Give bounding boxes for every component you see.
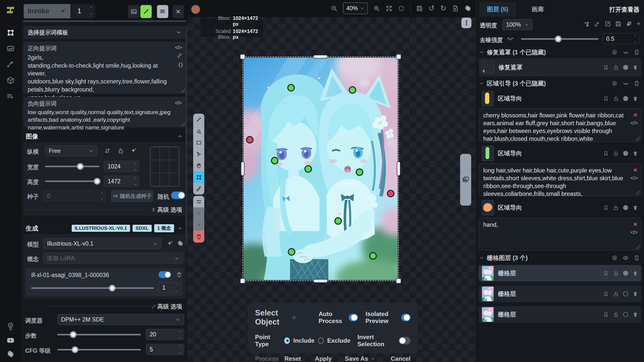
raster-layer-row[interactable]: 栅格层 (479, 265, 641, 282)
steps-input[interactable]: 20 ⌃⌄ (146, 329, 184, 340)
duplicate-icon[interactable] (626, 21, 632, 27)
bookmark-icon[interactable] (603, 96, 609, 102)
denoise-input[interactable]: 0.5 ⌃⌄ (602, 33, 639, 44)
fit-bbox-icon[interactable] (398, 5, 405, 12)
scheduler-select[interactable]: DPM++ 2M SDE (57, 314, 184, 325)
select-point[interactable] (334, 217, 342, 225)
regional-prompt-box[interactable]: hand, × </> (479, 218, 641, 250)
save-icon[interactable] (416, 5, 423, 12)
layer-color-circle[interactable] (623, 96, 628, 101)
aspect-select[interactable]: Free (45, 145, 97, 156)
new-canvas-icon[interactable] (452, 5, 459, 12)
stepper-arrows-icon[interactable]: ⌃⌄ (634, 34, 637, 43)
trash-icon[interactable] (632, 291, 638, 297)
optimize-size-sparkle-icon[interactable] (130, 147, 137, 154)
model-settings-gear-icon[interactable] (177, 240, 184, 247)
trash-icon[interactable] (632, 96, 638, 102)
select-point[interactable] (387, 190, 394, 197)
transform-sparkle-tool[interactable] (193, 207, 204, 219)
resize-handle[interactable] (635, 136, 640, 141)
positive-prompt-input[interactable]: 2girls, standing,check-to-check,light sm… (28, 54, 169, 102)
select-point[interactable] (246, 136, 254, 144)
regional-guidance-group-header[interactable]: 区域引导 (3 个已隐藏) (476, 78, 644, 89)
cancel-x-button[interactable]: × (173, 5, 184, 18)
select-point[interactable] (287, 84, 295, 92)
layers-stack-icon[interactable] (612, 80, 618, 86)
regional-layer-row[interactable]: 区域导向 (479, 145, 641, 162)
stepper-arrows-icon[interactable]: ⌃⌄ (179, 330, 182, 339)
bookmark-icon[interactable] (603, 312, 609, 318)
delete-prompt-x-icon[interactable]: × (633, 220, 637, 229)
bookmark-icon[interactable] (603, 291, 609, 297)
select-point[interactable] (304, 165, 312, 173)
crop-to-bbox-icon[interactable] (605, 21, 611, 27)
select-point[interactable] (288, 248, 295, 256)
select-point[interactable] (356, 168, 363, 176)
cancel-button[interactable]: Cancel (391, 355, 411, 362)
lock-icon[interactable] (613, 151, 619, 156)
inpaint-mask-group-header[interactable]: 修复遮罩 (1 个已隐藏) (476, 47, 644, 58)
random-seed-toggle[interactable] (171, 192, 185, 199)
trash-icon[interactable] (632, 270, 638, 276)
image-section-header[interactable]: 图像 (23, 131, 186, 141)
merge-shapes-icon[interactable] (583, 21, 590, 27)
resize-handle-s[interactable] (313, 279, 328, 283)
seed-input[interactable]: 0 ⌃⌄ (43, 190, 106, 201)
braces-icon[interactable]: { } (178, 62, 183, 68)
save-layer-icon[interactable] (615, 21, 622, 27)
auto-process-toggle[interactable] (349, 314, 358, 321)
lock-icon[interactable] (613, 312, 619, 318)
edit-brush-button[interactable] (140, 5, 152, 18)
menu-hamburger-button[interactable] (157, 5, 168, 18)
nav-workflows-tab[interactable] (6, 59, 16, 69)
height-input[interactable]: 1472 ⌃⌄ (104, 176, 139, 187)
resize-handle[interactable] (180, 121, 185, 126)
board-icon[interactable] (634, 255, 640, 261)
width-slider[interactable] (45, 166, 99, 167)
youtube-icon[interactable] (6, 335, 16, 345)
stepper-arrows-icon[interactable]: ⌃⌄ (179, 345, 182, 354)
generated-image[interactable] (244, 58, 398, 280)
fit-to-view-icon[interactable] (386, 5, 392, 12)
resize-handle-se[interactable] (396, 278, 401, 284)
model-sparkle-icon[interactable] (167, 240, 173, 247)
opacity-select[interactable]: 100% (502, 19, 533, 30)
brush-tool[interactable] (193, 114, 204, 125)
view-image-button[interactable] (128, 5, 139, 18)
select-point[interactable] (349, 86, 356, 94)
layer-color-circle[interactable] (623, 291, 628, 296)
resize-handle-w[interactable] (241, 161, 245, 176)
tab-layers[interactable]: 图层 (5) (479, 2, 516, 17)
reset-button[interactable]: Reset (285, 355, 301, 362)
model-select[interactable]: Illustrious-XL-v0.1 (43, 238, 162, 249)
raster-layer-row[interactable]: 栅格层 (479, 286, 641, 302)
redo-icon[interactable]: ↻ (440, 5, 447, 12)
swap-dimensions-icon[interactable] (104, 148, 111, 154)
stepper-arrows-icon[interactable]: ⌃⌄ (134, 177, 137, 186)
stepper-arrows-icon[interactable]: ⌃⌄ (89, 6, 93, 16)
resize-handle-e[interactable] (397, 161, 400, 176)
lora-select[interactable]: 添加 LoRA (43, 253, 183, 264)
nav-queue-tab[interactable] (6, 92, 16, 102)
image-advanced-options[interactable]: ⇕高级 选项 (152, 206, 182, 214)
invoke-button[interactable]: Invoke (24, 4, 70, 18)
tool-settings-sliders[interactable] (193, 196, 204, 207)
code-embed-icon[interactable]: </> (175, 44, 182, 52)
regional-layer-row[interactable]: 区域导向 (479, 199, 641, 216)
resize-handle[interactable] (635, 190, 640, 195)
canvas-menu-dots-button[interactable]: ⋮ (461, 18, 471, 28)
layers-stack-icon[interactable] (612, 255, 618, 261)
resize-handle-nw[interactable] (240, 54, 245, 59)
nav-models-tab[interactable] (6, 75, 16, 85)
lora-enabled-toggle[interactable] (158, 271, 171, 278)
lock-icon[interactable] (613, 96, 619, 102)
apply-button[interactable]: Apply (315, 355, 332, 362)
resize-handle-sw[interactable] (240, 278, 245, 284)
bookmark-icon[interactable] (603, 151, 609, 156)
layers-stack-icon[interactable] (612, 49, 618, 55)
board-icon[interactable] (634, 49, 640, 55)
bookmark-icon[interactable] (603, 270, 609, 276)
width-input[interactable]: 1024 ⌃⌄ (104, 161, 139, 172)
settings-gear-icon[interactable] (6, 349, 16, 359)
stepper-arrows-icon[interactable]: ⌃⌄ (134, 162, 137, 171)
